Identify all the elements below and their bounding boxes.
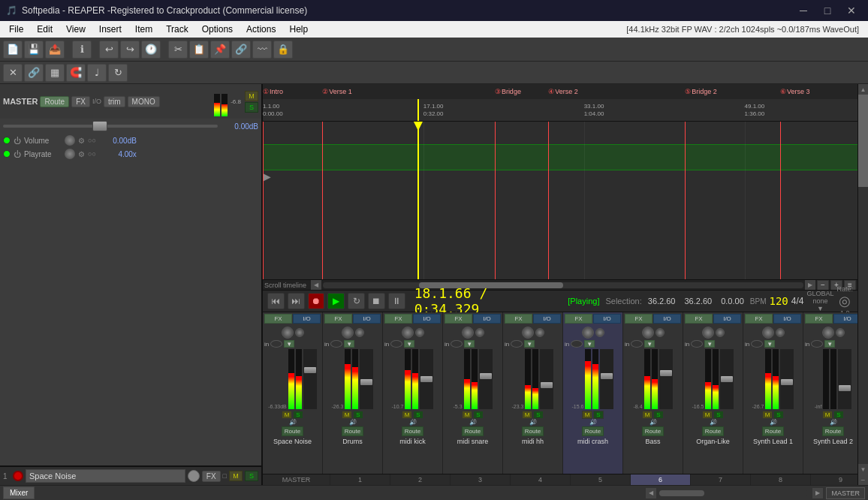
ch-in-knob-6[interactable]: [571, 340, 583, 348]
vscroll-down-button[interactable]: ▼: [858, 464, 868, 474]
ch-in-btn-1[interactable]: ▼: [284, 340, 294, 348]
ch-in-knob-4[interactable]: [451, 340, 463, 348]
vscroll-thumb[interactable]: [858, 95, 868, 187]
menu-edit[interactable]: Edit: [31, 23, 59, 36]
menu-actions[interactable]: Actions: [240, 23, 282, 36]
ch-pan-knob-7[interactable]: [642, 327, 654, 339]
ch-mute-7[interactable]: M: [642, 411, 653, 419]
track1-solo-button[interactable]: S: [245, 471, 258, 481]
ch-mute-6[interactable]: M: [582, 411, 592, 419]
ch-fader-10[interactable]: [838, 349, 851, 409]
ch-solo-3[interactable]: S: [413, 411, 423, 419]
ch-mute-10[interactable]: M: [822, 411, 833, 419]
timeline-content[interactable]: ▶: [263, 122, 857, 279]
ch-route-3[interactable]: Route: [402, 426, 423, 436]
mixer-scroll-right[interactable]: ▶: [812, 488, 823, 498]
pause-button[interactable]: ⏸: [388, 293, 405, 309]
ch-num-cell-1[interactable]: 1: [330, 474, 390, 485]
ch-pan-knob-6[interactable]: [582, 327, 594, 339]
ch-route-8[interactable]: Route: [702, 426, 724, 436]
ch-io-button-10[interactable]: I/O: [833, 314, 857, 324]
ch-io-button-8[interactable]: I/O: [713, 314, 741, 324]
time-signature[interactable]: 4/4: [791, 296, 804, 306]
ch-in-btn-6[interactable]: ▼: [584, 340, 595, 348]
undo-button[interactable]: ↩: [99, 41, 119, 59]
save-button[interactable]: 💾: [24, 41, 44, 59]
ch-pan-knob-10[interactable]: [822, 327, 834, 339]
ch-fx-button-8[interactable]: FX: [685, 314, 713, 324]
master-mono-button[interactable]: MONO: [128, 96, 160, 107]
ch-mute-9[interactable]: M: [762, 411, 773, 419]
ch-solo-4[interactable]: S: [473, 411, 484, 419]
volume-led[interactable]: [3, 137, 11, 144]
ch-solo-5[interactable]: S: [533, 411, 544, 419]
ch-fader-thumb-3[interactable]: [420, 376, 432, 382]
scroll-track[interactable]: [323, 282, 803, 288]
master-tab[interactable]: MASTER: [826, 487, 865, 499]
menu-options[interactable]: Options: [196, 23, 239, 36]
ch-num-cell-6[interactable]: 6: [631, 474, 691, 485]
ch-pan-knob-3[interactable]: [402, 327, 414, 339]
maximize-button[interactable]: □: [817, 3, 838, 18]
fader-thumb[interactable]: [92, 121, 107, 131]
volume-gear-icon[interactable]: ⚙: [78, 137, 85, 145]
ch-fx-button-5[interactable]: FX: [505, 314, 532, 324]
ch-in-btn-4[interactable]: ▼: [464, 340, 475, 348]
record-button[interactable]: ⏺: [308, 293, 325, 309]
ch-num-cell-8[interactable]: 8: [751, 474, 811, 485]
master-route-button[interactable]: Route: [40, 96, 69, 107]
ch-mute-5[interactable]: M: [522, 411, 532, 419]
ch-io-button-1[interactable]: I/O: [293, 314, 321, 324]
global-value[interactable]: none: [812, 297, 827, 305]
ch-in-knob-8[interactable]: [691, 340, 703, 348]
ch-num-cell-7[interactable]: 7: [691, 474, 751, 485]
ch-in-knob-3[interactable]: [390, 340, 402, 348]
track1-name[interactable]: Space Noise: [26, 469, 185, 483]
ch-in-btn-2[interactable]: ▼: [344, 340, 354, 348]
copy-button[interactable]: 📋: [189, 41, 209, 59]
volume-knob[interactable]: [65, 135, 75, 146]
ch-fader-3[interactable]: [420, 349, 433, 409]
play-button[interactable]: ▶: [327, 293, 345, 309]
ch-fader-6[interactable]: [600, 349, 613, 409]
scroll-left-button[interactable]: ◀: [311, 280, 321, 291]
snap-button[interactable]: 🧲: [66, 64, 86, 82]
master-trim-button[interactable]: trim: [104, 96, 125, 107]
menu-view[interactable]: View: [60, 23, 92, 36]
ch-fader-8[interactable]: [720, 349, 734, 409]
ch-pan-knob-5[interactable]: [522, 327, 534, 339]
zoom-out-button[interactable]: −: [817, 280, 829, 291]
ch-fx-button-4[interactable]: FX: [445, 314, 472, 324]
track1-record-button[interactable]: [13, 471, 23, 481]
go-end-button[interactable]: ⏭: [288, 293, 305, 309]
ripple-button[interactable]: 〰: [252, 41, 272, 59]
menu-item[interactable]: Item: [129, 23, 158, 36]
grid-button[interactable]: ▦: [45, 64, 65, 82]
ch-io-button-5[interactable]: I/O: [533, 314, 561, 324]
ch-num-cell-3[interactable]: 3: [451, 474, 511, 485]
ch-fader-thumb-6[interactable]: [601, 373, 613, 379]
ch-fader-9[interactable]: [780, 349, 794, 409]
ch-route-7[interactable]: Route: [642, 426, 664, 436]
ch-fader-2[interactable]: [360, 349, 373, 409]
delete-button[interactable]: 🔗: [231, 41, 251, 59]
ch-route-2[interactable]: Route: [342, 426, 363, 436]
master-fader[interactable]: [3, 120, 218, 132]
paste-button[interactable]: 📌: [210, 41, 230, 59]
ch-io-button-4[interactable]: I/O: [473, 314, 501, 324]
save-as-button[interactable]: 📤: [45, 41, 65, 59]
ch-in-btn-3[interactable]: ▼: [404, 340, 414, 348]
ch-fx-button-9[interactable]: FX: [745, 314, 773, 324]
ch-route-1[interactable]: Route: [282, 426, 303, 436]
global-arrow[interactable]: ▼: [817, 305, 824, 312]
ch-route-5[interactable]: Route: [522, 426, 544, 436]
ch-num-cell-4[interactable]: 4: [511, 474, 571, 485]
link-button[interactable]: 🔗: [24, 64, 44, 82]
ch-fader-thumb-5[interactable]: [541, 382, 553, 388]
ch-fader-thumb-4[interactable]: [480, 373, 492, 379]
history-button[interactable]: 🕐: [141, 41, 161, 59]
info-button[interactable]: ℹ: [72, 41, 92, 59]
ch-fx-button-2[interactable]: FX: [324, 314, 352, 324]
ch-fader-thumb-2[interactable]: [360, 379, 372, 385]
metronome-button[interactable]: ♩: [87, 64, 107, 82]
